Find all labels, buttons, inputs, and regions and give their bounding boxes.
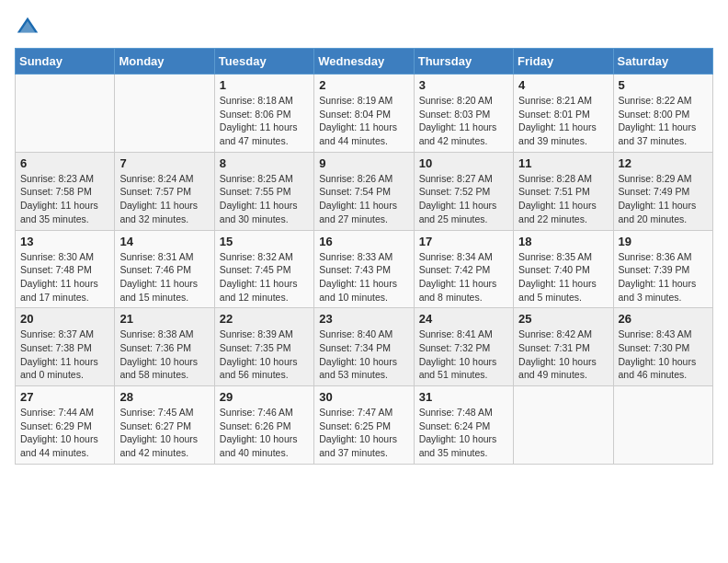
day-info: Sunrise: 8:35 AM Sunset: 7:40 PM Dayligh… <box>518 250 608 304</box>
calendar-cell: 18Sunrise: 8:35 AM Sunset: 7:40 PM Dayli… <box>514 230 613 308</box>
logo-icon <box>15 15 40 40</box>
calendar-week-row: 1Sunrise: 8:18 AM Sunset: 8:06 PM Daylig… <box>16 75 713 153</box>
day-info: Sunrise: 8:28 AM Sunset: 7:51 PM Dayligh… <box>518 172 608 226</box>
calendar-week-row: 6Sunrise: 8:23 AM Sunset: 7:58 PM Daylig… <box>16 152 713 230</box>
calendar-week-row: 13Sunrise: 8:30 AM Sunset: 7:48 PM Dayli… <box>16 230 713 308</box>
calendar-cell: 24Sunrise: 8:41 AM Sunset: 7:32 PM Dayli… <box>414 308 513 386</box>
calendar-cell: 15Sunrise: 8:32 AM Sunset: 7:45 PM Dayli… <box>214 230 313 308</box>
day-info: Sunrise: 8:23 AM Sunset: 7:58 PM Dayligh… <box>20 172 109 226</box>
day-info: Sunrise: 7:44 AM Sunset: 6:29 PM Dayligh… <box>20 406 109 460</box>
day-number: 16 <box>319 235 408 248</box>
day-info: Sunrise: 8:40 AM Sunset: 7:34 PM Dayligh… <box>319 327 408 382</box>
day-number: 9 <box>319 156 408 170</box>
day-info: Sunrise: 8:42 AM Sunset: 7:31 PM Dayligh… <box>518 327 608 382</box>
calendar-cell: 9Sunrise: 8:26 AM Sunset: 7:54 PM Daylig… <box>314 152 414 230</box>
day-info: Sunrise: 8:25 AM Sunset: 7:55 PM Dayligh… <box>220 172 309 226</box>
day-info: Sunrise: 8:41 AM Sunset: 7:32 PM Dayligh… <box>419 327 508 382</box>
day-header-saturday: Saturday <box>613 49 712 75</box>
calendar-cell: 23Sunrise: 8:40 AM Sunset: 7:34 PM Dayli… <box>314 308 414 386</box>
day-info: Sunrise: 8:36 AM Sunset: 7:39 PM Dayligh… <box>619 250 708 304</box>
calendar-week-row: 27Sunrise: 7:44 AM Sunset: 6:29 PM Dayli… <box>16 386 713 465</box>
calendar-cell: 12Sunrise: 8:29 AM Sunset: 7:49 PM Dayli… <box>613 152 712 230</box>
calendar-cell: 22Sunrise: 8:39 AM Sunset: 7:35 PM Dayli… <box>214 308 313 386</box>
calendar-cell: 3Sunrise: 8:20 AM Sunset: 8:03 PM Daylig… <box>414 75 513 153</box>
day-info: Sunrise: 8:29 AM Sunset: 7:49 PM Dayligh… <box>619 172 708 226</box>
day-number: 21 <box>119 312 209 326</box>
day-header-thursday: Thursday <box>414 49 513 75</box>
day-info: Sunrise: 8:26 AM Sunset: 7:54 PM Dayligh… <box>319 172 408 226</box>
day-number: 11 <box>518 156 608 170</box>
calendar-cell: 20Sunrise: 8:37 AM Sunset: 7:38 PM Dayli… <box>16 308 115 386</box>
calendar-cell: 26Sunrise: 8:43 AM Sunset: 7:30 PM Dayli… <box>613 308 712 386</box>
day-number: 18 <box>518 235 608 248</box>
day-number: 27 <box>20 390 109 404</box>
day-number: 3 <box>419 78 508 92</box>
day-number: 5 <box>619 78 708 92</box>
calendar-cell: 11Sunrise: 8:28 AM Sunset: 7:51 PM Dayli… <box>514 152 613 230</box>
day-number: 7 <box>119 156 209 170</box>
day-info: Sunrise: 8:37 AM Sunset: 7:38 PM Dayligh… <box>20 327 109 382</box>
calendar-cell: 25Sunrise: 8:42 AM Sunset: 7:31 PM Dayli… <box>514 308 613 386</box>
calendar-week-row: 20Sunrise: 8:37 AM Sunset: 7:38 PM Dayli… <box>16 308 713 386</box>
day-info: Sunrise: 8:33 AM Sunset: 7:43 PM Dayligh… <box>319 250 408 304</box>
day-info: Sunrise: 8:31 AM Sunset: 7:46 PM Dayligh… <box>119 250 209 304</box>
day-number: 15 <box>220 235 309 248</box>
calendar-cell: 27Sunrise: 7:44 AM Sunset: 6:29 PM Dayli… <box>16 386 115 465</box>
day-number: 10 <box>419 156 508 170</box>
calendar-cell: 30Sunrise: 7:47 AM Sunset: 6:25 PM Dayli… <box>314 386 414 465</box>
day-header-tuesday: Tuesday <box>214 49 313 75</box>
day-number: 1 <box>220 78 309 92</box>
day-number: 30 <box>319 390 408 404</box>
day-number: 6 <box>20 156 109 170</box>
day-number: 14 <box>119 235 209 248</box>
day-number: 22 <box>220 312 309 326</box>
day-header-wednesday: Wednesday <box>314 49 414 75</box>
calendar-cell <box>115 75 214 153</box>
day-header-sunday: Sunday <box>16 49 115 75</box>
day-info: Sunrise: 8:39 AM Sunset: 7:35 PM Dayligh… <box>220 327 309 382</box>
calendar-header-row: SundayMondayTuesdayWednesdayThursdayFrid… <box>16 49 713 75</box>
day-info: Sunrise: 7:46 AM Sunset: 6:26 PM Dayligh… <box>220 406 309 460</box>
day-number: 25 <box>518 312 608 326</box>
day-number: 4 <box>518 78 608 92</box>
calendar-cell: 17Sunrise: 8:34 AM Sunset: 7:42 PM Dayli… <box>414 230 513 308</box>
day-info: Sunrise: 8:34 AM Sunset: 7:42 PM Dayligh… <box>419 250 508 304</box>
day-number: 31 <box>419 390 508 404</box>
day-info: Sunrise: 8:18 AM Sunset: 8:06 PM Dayligh… <box>220 94 309 148</box>
day-info: Sunrise: 8:38 AM Sunset: 7:36 PM Dayligh… <box>119 327 209 382</box>
calendar-cell: 13Sunrise: 8:30 AM Sunset: 7:48 PM Dayli… <box>16 230 115 308</box>
calendar-cell <box>16 75 115 153</box>
day-info: Sunrise: 7:45 AM Sunset: 6:27 PM Dayligh… <box>119 406 209 460</box>
day-info: Sunrise: 8:30 AM Sunset: 7:48 PM Dayligh… <box>20 250 109 304</box>
day-number: 17 <box>419 235 508 248</box>
day-info: Sunrise: 7:48 AM Sunset: 6:24 PM Dayligh… <box>419 406 508 460</box>
day-number: 12 <box>619 156 708 170</box>
day-number: 29 <box>220 390 309 404</box>
day-info: Sunrise: 8:22 AM Sunset: 8:00 PM Dayligh… <box>619 94 708 148</box>
day-number: 26 <box>619 312 708 326</box>
day-info: Sunrise: 8:43 AM Sunset: 7:30 PM Dayligh… <box>619 327 708 382</box>
calendar-cell: 14Sunrise: 8:31 AM Sunset: 7:46 PM Dayli… <box>115 230 214 308</box>
day-number: 13 <box>20 235 109 248</box>
day-header-friday: Friday <box>514 49 613 75</box>
day-number: 20 <box>20 312 109 326</box>
day-number: 2 <box>319 78 408 92</box>
calendar-cell: 19Sunrise: 8:36 AM Sunset: 7:39 PM Dayli… <box>613 230 712 308</box>
day-number: 28 <box>119 390 209 404</box>
day-info: Sunrise: 8:21 AM Sunset: 8:01 PM Dayligh… <box>518 94 608 148</box>
page-header <box>15 15 713 40</box>
day-header-monday: Monday <box>115 49 214 75</box>
calendar-cell: 8Sunrise: 8:25 AM Sunset: 7:55 PM Daylig… <box>214 152 313 230</box>
calendar-cell: 5Sunrise: 8:22 AM Sunset: 8:00 PM Daylig… <box>613 75 712 153</box>
calendar-cell: 16Sunrise: 8:33 AM Sunset: 7:43 PM Dayli… <box>314 230 414 308</box>
day-number: 24 <box>419 312 508 326</box>
calendar-cell: 10Sunrise: 8:27 AM Sunset: 7:52 PM Dayli… <box>414 152 513 230</box>
day-info: Sunrise: 7:47 AM Sunset: 6:25 PM Dayligh… <box>319 406 408 460</box>
calendar-table: SundayMondayTuesdayWednesdayThursdayFrid… <box>15 48 713 465</box>
day-number: 23 <box>319 312 408 326</box>
calendar-cell: 31Sunrise: 7:48 AM Sunset: 6:24 PM Dayli… <box>414 386 513 465</box>
calendar-cell <box>613 386 712 465</box>
calendar-cell: 7Sunrise: 8:24 AM Sunset: 7:57 PM Daylig… <box>115 152 214 230</box>
calendar-cell: 6Sunrise: 8:23 AM Sunset: 7:58 PM Daylig… <box>16 152 115 230</box>
day-info: Sunrise: 8:27 AM Sunset: 7:52 PM Dayligh… <box>419 172 508 226</box>
